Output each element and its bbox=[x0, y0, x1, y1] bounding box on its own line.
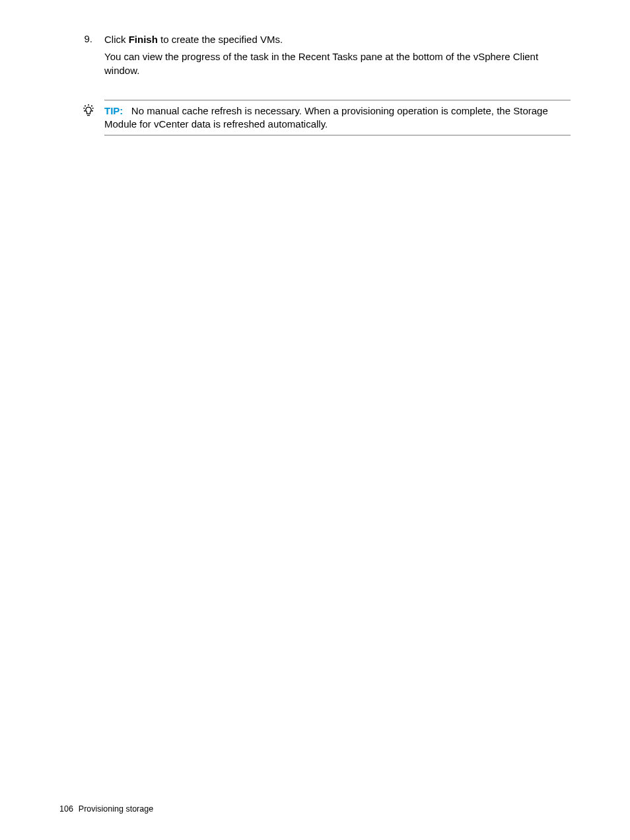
page-number: 106 bbox=[59, 804, 73, 814]
step-detail: You can view the progress of the task in… bbox=[104, 50, 571, 77]
svg-point-3 bbox=[92, 106, 92, 106]
lightbulb-icon bbox=[82, 104, 95, 117]
svg-point-5 bbox=[85, 110, 85, 111]
footer-section: Provisioning storage bbox=[79, 804, 153, 814]
svg-point-6 bbox=[92, 110, 92, 111]
svg-point-0 bbox=[84, 108, 85, 108]
svg-point-4 bbox=[88, 104, 89, 105]
tip-box: TIP: No manual cache refresh is necessar… bbox=[73, 100, 571, 136]
tip-label: TIP: bbox=[104, 105, 123, 116]
step-number: 9. bbox=[73, 33, 104, 81]
svg-point-2 bbox=[85, 106, 86, 106]
tip-text: No manual cache refresh is necessary. Wh… bbox=[104, 105, 548, 130]
page-footer: 106Provisioning storage bbox=[59, 804, 153, 814]
tip-content: TIP: No manual cache refresh is necessar… bbox=[104, 100, 571, 136]
step-item: 9. Click Finish to create the specified … bbox=[73, 33, 571, 81]
step-instruction: Click Finish to create the specified VMs… bbox=[104, 33, 571, 46]
svg-point-1 bbox=[92, 108, 93, 108]
finish-keyword: Finish bbox=[129, 34, 158, 45]
tip-icon bbox=[73, 100, 104, 136]
step-text: Click Finish to create the specified VMs… bbox=[104, 33, 571, 81]
